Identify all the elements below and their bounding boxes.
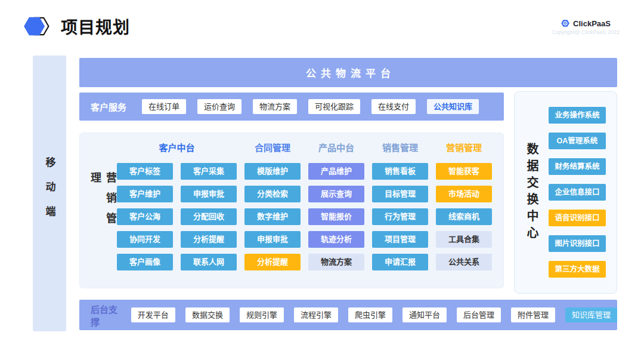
- module-chip[interactable]: 客户公海: [117, 208, 173, 225]
- customer-service-buttons: 在线订单 运价查询 物流方案 可视化跟踪 在线支付 公共知识库: [142, 99, 479, 114]
- module-grid-row: 客户标签 客户采集 模版维护 产品维护 销售看板 智能获客: [117, 163, 492, 180]
- module-chip[interactable]: 展示查询: [308, 186, 364, 202]
- backend-button[interactable]: 附件管理: [511, 307, 555, 322]
- module-chip[interactable]: 分析提醒: [244, 254, 301, 270]
- backend-support-row: 后台支撑 开发平台 数据交换 规则引擎 流程引擎 爬虫引擎 通知平台 后台管理 …: [79, 300, 617, 330]
- module-chip[interactable]: 产品维护: [308, 163, 364, 180]
- service-button[interactable]: 公共知识库: [427, 99, 479, 114]
- marketing-management-panel: 营销管理 客户中台 合同管理 产品中台 销售管理 营销管理 客户标签 客户采集 …: [79, 133, 504, 288]
- module-chip[interactable]: 目标管理: [372, 186, 428, 202]
- customer-service-row: 客户服务 在线订单 运价查询 物流方案 可视化跟踪 在线支付 公共知识库: [79, 93, 504, 121]
- copyright-text: Copyright@ ClickPaaS 2022: [551, 29, 620, 35]
- backend-button[interactable]: 数据交换: [185, 307, 230, 322]
- module-chip[interactable]: 智能获客: [436, 163, 492, 180]
- module-chip[interactable]: 数字维护: [244, 208, 301, 225]
- dc-item[interactable]: 图片识别接口: [549, 235, 606, 252]
- backend-button[interactable]: 规则引擎: [240, 307, 284, 322]
- module-chip[interactable]: 客户标签: [117, 163, 173, 180]
- module-chip[interactable]: 联系人网: [181, 254, 237, 270]
- module-grid-headers: 客户中台 合同管理 产品中台 销售管理 营销管理: [117, 139, 492, 155]
- module-chip[interactable]: 客户采集: [181, 163, 237, 180]
- module-chip[interactable]: 轨迹分析: [308, 231, 364, 248]
- backend-support-label: 后台支撑: [91, 303, 122, 328]
- marketing-management-label: 营销管理: [87, 172, 118, 250]
- module-chip[interactable]: 销售看板: [372, 163, 428, 180]
- platform-banner-label: 公共物流平台: [301, 65, 395, 80]
- module-chip[interactable]: 客户维护: [117, 186, 173, 202]
- module-chip[interactable]: 公共关系: [436, 254, 492, 270]
- dc-item[interactable]: 财务结算系统: [549, 158, 606, 175]
- module-grid-row: 客户维护 申报审批 分类检索 展示查询 目标管理 市场活动: [117, 186, 492, 202]
- service-button[interactable]: 可视化跟踪: [308, 99, 360, 114]
- module-chip[interactable]: 模版维护: [244, 163, 301, 180]
- module-chip[interactable]: 申报审批: [181, 186, 237, 202]
- backend-button[interactable]: 开发平台: [131, 307, 175, 322]
- mobile-side-bar: 移动端: [33, 56, 66, 331]
- column-header: 销售管理: [372, 141, 428, 153]
- module-chip[interactable]: 线索商机: [436, 208, 492, 225]
- dc-item[interactable]: 第三方大数据: [549, 261, 606, 278]
- service-button[interactable]: 运价查询: [197, 99, 242, 114]
- dc-item[interactable]: OA管理系统: [549, 133, 606, 149]
- column-header: 合同管理: [244, 141, 301, 153]
- backend-button[interactable]: 后台管理: [457, 307, 501, 322]
- dc-item[interactable]: 语音识别接口: [549, 210, 606, 226]
- backend-button[interactable]: 通知平台: [402, 307, 447, 322]
- page-title: 项目规划: [61, 14, 130, 38]
- backend-buttons: 开发平台 数据交换 规则引擎 流程引擎 爬虫引擎 通知平台 后台管理 附件管理 …: [131, 307, 617, 322]
- clickpaas-logo-icon: [561, 19, 570, 28]
- service-button[interactable]: 物流方案: [253, 99, 297, 114]
- data-exchange-items: 业务操作系统 OA管理系统 财务结算系统 企业信息接口 语音识别接口 图片识别接…: [549, 107, 606, 278]
- module-chip[interactable]: 分析提醒: [181, 231, 237, 248]
- module-chip[interactable]: 市场活动: [436, 186, 492, 202]
- module-chip[interactable]: 分类检索: [244, 186, 301, 202]
- service-button[interactable]: 在线支付: [371, 99, 416, 114]
- column-header: 客户中台: [117, 141, 237, 153]
- column-header: 产品中台: [308, 141, 364, 153]
- dc-item[interactable]: 业务操作系统: [549, 107, 606, 124]
- platform-banner: 公共物流平台: [79, 58, 617, 87]
- service-button[interactable]: 在线订单: [142, 99, 186, 114]
- data-exchange-label: 数据交换中心: [524, 143, 541, 243]
- module-grid-row: 客户画像 联系人网 分析提醒 物流方案 申请汇报 公共关系: [117, 254, 492, 270]
- backend-button[interactable]: 知识库管理: [565, 307, 617, 322]
- module-grid-row: 客户公海 分配回收 数字维护 智能报价 行为管理 线索商机: [117, 208, 492, 225]
- module-chip[interactable]: 物流方案: [308, 254, 364, 270]
- mobile-side-bar-label: 移动端: [42, 157, 57, 230]
- module-chip[interactable]: 项目管理: [372, 231, 428, 248]
- module-chip[interactable]: 申报审批: [244, 231, 301, 248]
- column-header: 营销管理: [436, 141, 492, 153]
- module-chip[interactable]: 智能报价: [308, 208, 364, 225]
- backend-button[interactable]: 爬虫引擎: [348, 307, 392, 322]
- module-chip[interactable]: 分配回收: [181, 208, 237, 225]
- customer-service-label: 客户服务: [91, 100, 128, 113]
- module-chip[interactable]: 申请汇报: [372, 254, 428, 270]
- module-chip[interactable]: 工具合集: [436, 231, 492, 248]
- backend-button[interactable]: 流程引擎: [294, 307, 338, 322]
- module-chip[interactable]: 行为管理: [372, 208, 428, 225]
- brand-block: ClickPaaS Copyright@ ClickPaaS 2022: [551, 19, 620, 35]
- module-chip[interactable]: 协同开发: [117, 231, 173, 248]
- data-exchange-panel: 数据交换中心 业务操作系统 OA管理系统 财务结算系统 企业信息接口 语音识别接…: [514, 91, 617, 294]
- module-grid-row: 协同开发 分析提醒 申报审批 轨迹分析 项目管理 工具合集: [117, 231, 492, 248]
- page-header: 项目规划: [23, 13, 130, 39]
- dc-item[interactable]: 企业信息接口: [549, 184, 606, 201]
- page: 项目规划 ClickPaaS Copyright@ ClickPaaS 2022…: [0, 0, 644, 363]
- module-grid: 客户中台 合同管理 产品中台 销售管理 营销管理 客户标签 客户采集 模版维护 …: [117, 139, 492, 276]
- module-chip[interactable]: 客户画像: [117, 254, 173, 270]
- hexagon-logo-icon: [23, 13, 50, 39]
- brand-name: ClickPaaS: [573, 19, 611, 28]
